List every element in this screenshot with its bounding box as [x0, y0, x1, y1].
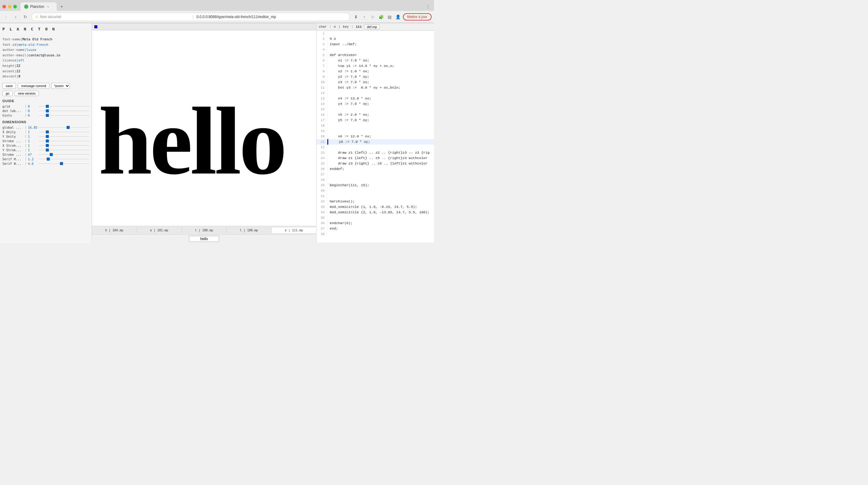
param-slider-yunity[interactable] — [39, 136, 89, 137]
param-thumb-global[interactable] — [67, 126, 70, 129]
line-num-1: 1 — [316, 31, 327, 36]
param-grid: grid | 0 — [2, 104, 89, 108]
param-val-global[interactable]: 16.85 — [28, 126, 38, 129]
hello-canvas: hello — [96, 65, 313, 192]
param-thumb-serifh[interactable] — [47, 158, 50, 161]
download-button[interactable]: ⬇ — [352, 13, 360, 21]
meta-key-font-name: font-name| — [2, 37, 22, 42]
param-slider-hints[interactable] — [39, 115, 89, 116]
maximize-dot[interactable] — [13, 5, 17, 8]
canvas-header-dot — [94, 25, 97, 28]
new-tab-button[interactable]: + — [58, 4, 65, 9]
refresh-button[interactable]: ↻ — [22, 13, 29, 21]
char-tab-e[interactable]: e | 101.mp — [137, 227, 182, 233]
canvas-text-input[interactable] — [189, 236, 219, 242]
meta-val-licence[interactable]: ofl — [19, 58, 24, 63]
param-ystroke: Y Strok... | 1 — [2, 148, 89, 152]
profile-button[interactable]: 👤 — [395, 13, 402, 21]
param-slider-stroke47[interactable] — [39, 154, 89, 155]
char-tab-h[interactable]: h | 104.mp — [92, 227, 137, 233]
new-version-button[interactable]: new version — [14, 91, 39, 96]
char-tab-l2[interactable]: l | 108.mp — [227, 227, 272, 233]
param-slider-serifw[interactable] — [39, 163, 89, 164]
close-dot[interactable] — [2, 5, 6, 8]
tab-close-button[interactable]: × — [46, 4, 50, 9]
bookmark-button[interactable]: ☆ — [369, 13, 376, 21]
param-thumb-hints[interactable] — [46, 114, 49, 117]
meta-val-font-id[interactable]: meta-old-french — [19, 42, 48, 47]
browser-tab[interactable]: Plancton × — [21, 2, 57, 11]
param-thumb-stroke47[interactable] — [50, 153, 53, 156]
share-button[interactable]: ↑ — [361, 13, 368, 21]
param-slider-stroke[interactable] — [39, 141, 89, 141]
go-button[interactable]: go — [2, 91, 13, 96]
param-val-yunity[interactable]: 1 — [28, 135, 37, 138]
extensions-icon: ⋮ — [424, 3, 432, 10]
version-dropdown[interactable]: *poem — [51, 83, 70, 89]
code-line-19: 19 — [316, 128, 434, 134]
defmp-tab[interactable]: def.mp — [364, 24, 380, 29]
line-num-23: 23 — [316, 150, 327, 156]
param-slider-xunity[interactable] — [39, 132, 89, 132]
line-num-19: 19 — [316, 128, 327, 134]
param-slider-serifh[interactable] — [39, 159, 89, 159]
param-thumb-grid[interactable] — [46, 105, 49, 108]
line-num-4: 4 — [316, 47, 327, 53]
param-slider-ystroke[interactable] — [39, 150, 89, 150]
meta-licence: licence| ofl — [2, 58, 89, 63]
line-content-21[interactable]: y6 := 7.0 * oy; — [328, 139, 370, 144]
line-content-3: input ../def; — [327, 41, 357, 47]
param-thumb-stroke[interactable] — [46, 139, 49, 142]
param-val-ystroke[interactable]: 1 — [28, 148, 37, 152]
param-slider-xstroke[interactable] — [39, 145, 89, 146]
minimize-dot[interactable] — [8, 5, 11, 8]
line-num-9: 9 — [316, 74, 327, 79]
address-bar[interactable]: ⚠ Non sécurisé | 0.0.0.0:8088/type/meta-… — [31, 13, 350, 21]
param-val-hints[interactable]: 0 — [28, 114, 37, 117]
line-content-16: x5 := 2.0 * ox; — [327, 112, 369, 118]
line-content-11: bot y3 := 0.0 * oy + os_bsln; — [327, 85, 401, 90]
param-val-serifw[interactable]: 4.6 — [28, 162, 37, 165]
meta-val-author-name[interactable]: luuse — [26, 47, 36, 53]
param-slider-grid[interactable] — [39, 106, 89, 107]
param-val-grid[interactable]: 0 — [28, 104, 37, 108]
char-tab-o[interactable]: o | 111.mp — [272, 227, 316, 233]
line-content-18 — [327, 123, 330, 128]
param-yunity: Y Unity | 1 — [2, 135, 89, 138]
url-display[interactable]: 0.0.0.0:8088/type/meta-old-french/111#ed… — [196, 15, 346, 19]
extensions-button[interactable]: 🧩 — [378, 13, 385, 21]
param-thumb-xstroke[interactable] — [46, 144, 49, 147]
code-key-sep2: : — [351, 25, 353, 29]
param-thumb-ystroke[interactable] — [46, 149, 49, 152]
char-tab-l1[interactable]: l | 108.mp — [182, 227, 227, 233]
commit-button[interactable]: message commit — [18, 83, 50, 89]
param-thumb-yunity[interactable] — [46, 135, 49, 138]
line-content-22 — [327, 144, 330, 150]
update-button[interactable]: Mettre à jour — [403, 13, 432, 21]
param-val-stroke47[interactable]: 47 — [28, 153, 37, 156]
param-val-xstroke[interactable]: 1 — [28, 144, 37, 147]
url-separator: | — [193, 15, 193, 19]
param-slider-global[interactable] — [39, 127, 89, 128]
code-line-32: 32 %archiveo(); — [316, 199, 434, 204]
line-content-13: x4 := 13.0 * ox; — [327, 96, 371, 101]
save-button[interactable]: save — [2, 83, 16, 89]
back-button[interactable]: ‹ — [2, 13, 10, 21]
param-sep-xunity: | — [25, 130, 26, 133]
param-label-serifw: Serif W... — [2, 162, 24, 165]
code-line-36: 36 endchar(6); — [316, 221, 434, 226]
line-num-21: 21 — [316, 139, 327, 144]
line-num-3: 3 — [316, 41, 327, 47]
code-line-31: 31 — [316, 193, 434, 199]
param-val-dotlab[interactable]: 0 — [28, 109, 37, 113]
forward-button[interactable]: › — [12, 13, 19, 21]
param-val-serifh[interactable]: 1.2 — [28, 157, 37, 161]
param-val-xunity[interactable]: 1 — [28, 130, 37, 134]
param-thumb-serifw[interactable] — [60, 162, 63, 165]
sidebar-button[interactable]: ▤ — [386, 13, 393, 21]
param-val-stroke[interactable]: 1 — [28, 139, 37, 143]
param-thumb-xunity[interactable] — [46, 130, 49, 133]
line-content-34: mod_semicircle (2, 1.6, -13.85, 14.7, 5.… — [327, 210, 430, 215]
param-thumb-dotlab[interactable] — [46, 109, 49, 112]
param-slider-dotlab[interactable] — [39, 110, 89, 111]
